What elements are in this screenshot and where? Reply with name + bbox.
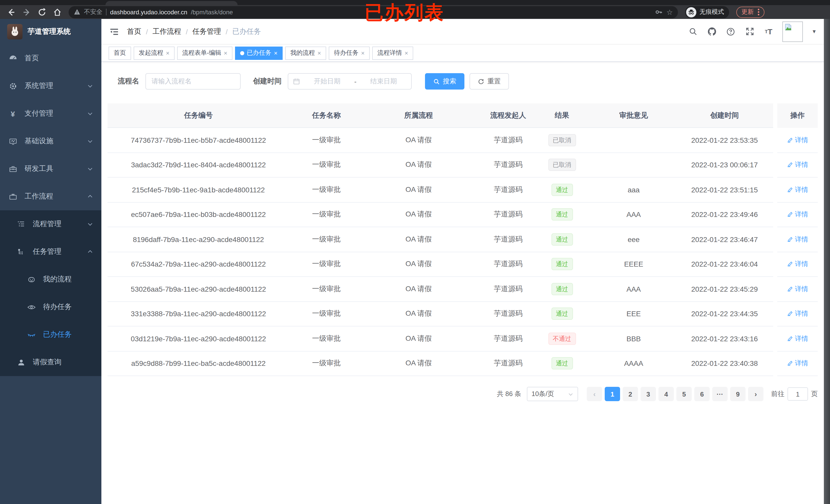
view-tab[interactable]: 首页 bbox=[108, 46, 131, 60]
user-icon bbox=[17, 358, 26, 367]
fullscreen-icon[interactable] bbox=[744, 26, 755, 37]
page-scrollbar[interactable] bbox=[824, 19, 830, 504]
sidebar-item-system[interactable]: 系统管理 bbox=[0, 72, 101, 100]
view-tab[interactable]: 流程详情 × bbox=[372, 46, 413, 60]
task-id-cell: 74736737-7b9b-11ec-b5b7-acde48001122 bbox=[107, 136, 289, 144]
update-button[interactable]: 更新 bbox=[736, 6, 764, 18]
detail-link[interactable]: 详情 bbox=[777, 309, 818, 318]
detail-link[interactable]: 详情 bbox=[777, 260, 818, 269]
task-name-cell: 一级审批 bbox=[289, 210, 363, 219]
sidebar-item-workflow[interactable]: 工作流程 bbox=[0, 183, 101, 210]
browser-menu-icon[interactable] bbox=[758, 9, 759, 15]
create-time-cell: 2022-01-22 23:40:38 bbox=[686, 360, 763, 368]
sidebar-toggle-icon[interactable] bbox=[108, 26, 120, 37]
monitor-icon bbox=[8, 137, 18, 146]
view-tab[interactable]: 已办任务 × bbox=[235, 46, 283, 60]
process-cell: OA 请假 bbox=[363, 309, 474, 318]
reset-button[interactable]: 重置 bbox=[470, 73, 509, 90]
bookmark-star-icon[interactable]: ☆ bbox=[666, 8, 673, 16]
detail-link[interactable]: 详情 bbox=[777, 359, 818, 368]
breadcrumb-task-mgmt[interactable]: 任务管理 bbox=[193, 27, 221, 36]
comment-cell: AAAA bbox=[581, 360, 686, 368]
page-button[interactable]: ··· bbox=[712, 387, 728, 401]
create-time-cell: 2022-01-22 23:51:15 bbox=[686, 186, 763, 194]
process-cell: OA 请假 bbox=[363, 136, 474, 145]
search-button[interactable]: 搜索 bbox=[425, 73, 465, 90]
prev-page-button[interactable]: ‹ bbox=[587, 387, 602, 401]
close-icon[interactable]: × bbox=[317, 50, 321, 56]
forward-icon[interactable] bbox=[21, 6, 33, 18]
page-button[interactable]: 6 bbox=[694, 387, 710, 401]
task-name-cell: 一级审批 bbox=[289, 185, 363, 195]
page-button[interactable]: 3 bbox=[641, 387, 656, 401]
col-action: 操作 bbox=[787, 111, 808, 120]
result-tag: 通过 bbox=[551, 258, 573, 270]
breadcrumb-home[interactable]: 首页 bbox=[127, 27, 141, 36]
date-range-input[interactable]: 开始日期 - 结束日期 bbox=[288, 73, 412, 90]
sidebar-item-task-mgmt[interactable]: 任务管理 bbox=[0, 238, 101, 266]
sidebar-item-process-mgmt[interactable]: 流程管理 bbox=[0, 210, 101, 238]
page-button[interactable]: 2 bbox=[622, 387, 638, 401]
active-dot bbox=[240, 51, 244, 55]
page-button[interactable]: 4 bbox=[659, 387, 674, 401]
col-task-name: 任务名称 bbox=[289, 111, 363, 120]
col-starter: 流程发起人 bbox=[474, 111, 543, 120]
page-button[interactable]: 5 bbox=[676, 387, 692, 401]
home-icon[interactable] bbox=[51, 6, 63, 18]
view-tab[interactable]: 发起流程 × bbox=[134, 46, 174, 60]
view-tab[interactable]: 待办任务 × bbox=[329, 46, 370, 60]
avatar[interactable] bbox=[783, 21, 803, 42]
result-cell: 不通过 bbox=[543, 333, 581, 345]
reload-icon[interactable] bbox=[36, 6, 48, 18]
task-id-cell: 53026aa5-7b9a-11ec-a290-acde48001122 bbox=[107, 285, 289, 293]
process-name-input[interactable]: 请输入流程名 bbox=[146, 73, 241, 90]
close-icon[interactable]: × bbox=[405, 50, 408, 56]
detail-link[interactable]: 详情 bbox=[777, 136, 818, 145]
detail-link[interactable]: 详情 bbox=[777, 334, 818, 343]
help-icon[interactable] bbox=[726, 26, 736, 37]
page-button[interactable]: 1 bbox=[605, 387, 620, 401]
detail-link[interactable]: 详情 bbox=[777, 235, 818, 244]
sidebar-item-pay[interactable]: ¥ 支付管理 bbox=[0, 100, 101, 127]
table-row: 3adac3d2-7b9d-11ec-8404-acde48001122 一级审… bbox=[107, 153, 773, 177]
sidebar-item-my-process[interactable]: 我的流程 bbox=[0, 266, 101, 293]
detail-link[interactable]: 详情 bbox=[777, 284, 818, 294]
close-icon[interactable]: × bbox=[361, 50, 364, 56]
sidebar-item-todo-task[interactable]: 待办任务 bbox=[0, 293, 101, 321]
result-tag: 通过 bbox=[551, 283, 573, 295]
detail-link[interactable]: 详情 bbox=[777, 160, 818, 170]
goto-page-input[interactable]: 1 bbox=[788, 387, 808, 401]
close-icon[interactable]: × bbox=[166, 50, 169, 56]
sidebar-item-infra[interactable]: 基础设施 bbox=[0, 127, 101, 155]
browser-tab[interactable] bbox=[105, 1, 237, 5]
sidebar-item-home[interactable]: 首页 bbox=[0, 44, 101, 72]
breadcrumb-workflow[interactable]: 工作流程 bbox=[153, 27, 181, 36]
sidebar-item-devtools[interactable]: 研发工具 bbox=[0, 155, 101, 183]
url-path: /bpm/task/done bbox=[191, 8, 233, 15]
sidebar-item-done-task[interactable]: 已办任务 bbox=[0, 321, 101, 348]
close-icon[interactable]: × bbox=[224, 50, 227, 56]
detail-link[interactable]: 详情 bbox=[777, 185, 818, 195]
sidebar-logo[interactable]: 芋道管理系统 bbox=[0, 19, 101, 44]
avatar-caret-icon[interactable]: ▼ bbox=[811, 29, 817, 34]
github-icon[interactable] bbox=[707, 26, 717, 37]
task-id-cell: ec507ae6-7b9a-11ec-b03b-acde48001122 bbox=[107, 210, 289, 219]
starter-cell: 芋道源码 bbox=[474, 359, 543, 368]
detail-link[interactable]: 详情 bbox=[777, 210, 818, 219]
result-tag: 通过 bbox=[551, 208, 573, 221]
back-icon[interactable] bbox=[5, 6, 18, 18]
view-tab[interactable]: 流程表单-编辑 × bbox=[177, 46, 232, 60]
chevron-down-icon bbox=[568, 391, 573, 397]
view-tab[interactable]: 我的流程 × bbox=[285, 46, 326, 60]
key-icon[interactable] bbox=[655, 8, 663, 16]
next-page-button[interactable]: › bbox=[748, 387, 763, 401]
font-size-icon[interactable]: TTTT bbox=[763, 26, 774, 37]
starter-cell: 芋道源码 bbox=[474, 235, 543, 244]
sidebar-item-leave-query[interactable]: 请假查询 bbox=[0, 348, 101, 376]
result-cell: 通过 bbox=[543, 184, 581, 196]
breadcrumb-current: 已办任务 bbox=[232, 27, 261, 36]
close-icon[interactable]: × bbox=[274, 50, 278, 56]
page-size-select[interactable]: 10条/页 bbox=[527, 387, 578, 401]
page-button[interactable]: 9 bbox=[730, 387, 745, 401]
search-icon[interactable] bbox=[688, 26, 698, 37]
